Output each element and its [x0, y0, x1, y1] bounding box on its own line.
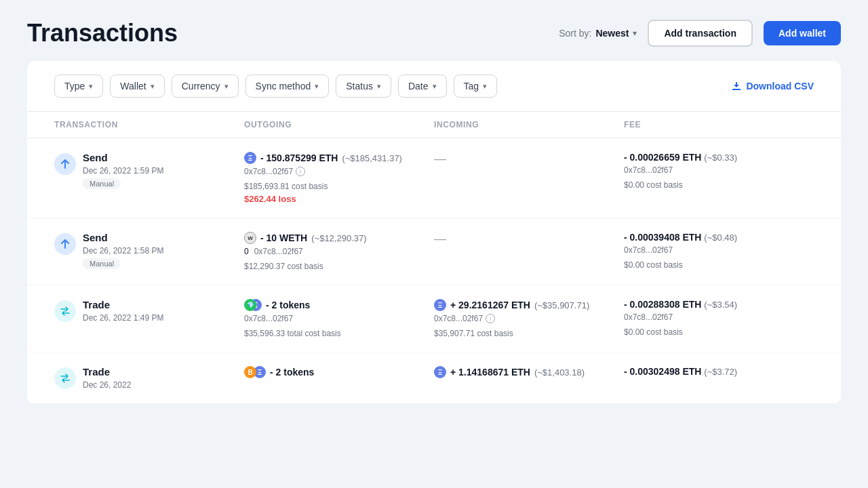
add-transaction-button[interactable]: Add transaction [648, 20, 753, 47]
header-actions: Sort by: Newest ▾ Add transaction Add wa… [559, 20, 841, 47]
outgoing-cell: B Ξ - 2 tokens [244, 366, 434, 378]
weth-icon: W [244, 232, 256, 244]
filter-bar: Type ▾ Wallet ▾ Currency ▾ Sync method ▾… [27, 61, 841, 112]
fee-usd: (~$0.33) [704, 152, 737, 163]
table-row: Send Dec 26, 2022 1:59 PM Manual Ξ - 150… [27, 138, 841, 218]
trade-arrows-icon [60, 306, 71, 317]
incoming-cost-basis: $35,907.71 cost basis [434, 329, 624, 338]
incoming-dash: — [434, 152, 624, 166]
up-arrow-icon [60, 239, 71, 249]
sort-by-control[interactable]: Sort by: Newest ▾ [559, 28, 637, 39]
outgoing-amount: 💎 Ξ - 2 tokens [244, 299, 434, 311]
outgoing-cell: W - 10 WETH (~$12,290.37) 0 0x7c8...02f6… [244, 232, 434, 271]
currency-filter[interactable]: Currency ▾ [172, 75, 239, 98]
outgoing-value: - 2 tokens [270, 367, 314, 378]
sync-method-filter-label: Sync method [256, 81, 311, 92]
incoming-cell: Ξ + 1.14168671 ETH (~$1,403.18) [434, 366, 624, 378]
date-filter-label: Date [408, 81, 429, 92]
tag-filter[interactable]: Tag ▾ [454, 75, 498, 98]
fee-usd: (~$3.72) [704, 367, 737, 377]
type-cell: Send Dec 26, 2022 1:58 PM Manual [54, 232, 244, 269]
outgoing-cell: Ξ - 150.875299 ETH (~$185,431.37) 0x7c8.… [244, 152, 434, 204]
sort-by-value: Newest [595, 28, 629, 39]
wallet-filter-label: Wallet [120, 81, 146, 92]
page-header: Transactions Sort by: Newest ▾ Add trans… [0, 0, 868, 61]
status-filter-label: Status [346, 81, 373, 92]
fee-amount: - 0.00026659 ETH (~$0.33) [624, 152, 814, 163]
outgoing-address: 0 0x7c8...02f67 [244, 247, 434, 256]
fee-cell: - 0.00288308 ETH (~$3.54) 0x7c8...02f67 … [624, 299, 814, 337]
outgoing-value: - 150.875299 ETH [260, 152, 338, 163]
type-info: Send Dec 26, 2022 1:59 PM Manual [83, 152, 163, 189]
fee-cell: - 0.00302498 ETH (~$3.72) [624, 366, 814, 377]
col-incoming: Incoming [434, 120, 624, 129]
type-filter[interactable]: Type ▾ [54, 75, 103, 98]
outgoing-usd: (~$185,431.37) [342, 153, 402, 163]
fee-amount: - 0.00288308 ETH (~$3.54) [624, 299, 814, 310]
trade-arrows-icon [60, 373, 71, 384]
type-info: Trade Dec 26, 2022 1:49 PM [83, 299, 163, 323]
incoming-cell: Ξ + 29.2161267 ETH (~$35,907.71) 0x7c8..… [434, 299, 624, 338]
outgoing-cell: 💎 Ξ - 2 tokens 0x7c8...02f67 $35,596.33 … [244, 299, 434, 338]
info-icon[interactable]: i [296, 167, 305, 176]
main-content: Type ▾ Wallet ▾ Currency ▾ Sync method ▾… [0, 61, 868, 404]
b-token-icon: B [244, 366, 256, 378]
fee-cost-basis: $0.00 cost basis [624, 260, 814, 270]
date-chevron-icon: ▾ [433, 82, 437, 91]
download-csv-label: Download CSV [746, 81, 814, 92]
fee-cell: - 0.00039408 ETH (~$0.48) 0x7c8...02f67 … [624, 232, 814, 270]
fee-usd: (~$3.54) [704, 300, 737, 310]
add-wallet-button[interactable]: Add wallet [764, 21, 841, 45]
sort-by-label: Sort by: [559, 28, 591, 39]
fee-amount: - 0.00302498 ETH (~$3.72) [624, 366, 814, 377]
type-name: Trade [83, 366, 131, 378]
tag-chevron-icon: ▾ [483, 82, 487, 91]
incoming-usd: (~$1,403.18) [534, 367, 585, 378]
incoming-usd: (~$35,907.71) [534, 300, 589, 310]
fee-address: 0x7c8...02f67 [624, 312, 814, 322]
status-filter[interactable]: Status ▾ [336, 75, 391, 98]
send-icon [54, 153, 76, 175]
fee-cost-basis: $0.00 cost basis [624, 180, 814, 190]
incoming-amount: Ξ + 1.14168671 ETH (~$1,403.18) [434, 366, 624, 378]
type-cell: Trade Dec 26, 2022 [54, 366, 244, 390]
sync-method-filter[interactable]: Sync method ▾ [245, 75, 330, 98]
outgoing-amount: Ξ - 150.875299 ETH (~$185,431.37) [244, 152, 434, 164]
date-filter[interactable]: Date ▾ [398, 75, 447, 98]
type-cell: Send Dec 26, 2022 1:59 PM Manual [54, 152, 244, 189]
outgoing-value: - 10 WETH [260, 232, 307, 243]
filter-buttons: Type ▾ Wallet ▾ Currency ▾ Sync method ▾… [54, 75, 497, 98]
fee-amount: - 0.00039408 ETH (~$0.48) [624, 232, 814, 243]
type-filter-label: Type [64, 81, 85, 92]
outgoing-loss: $262.44 loss [244, 194, 434, 204]
col-transaction: Transaction [54, 120, 244, 129]
type-name: Trade [83, 299, 163, 310]
multi-token-icon: 💎 Ξ [244, 299, 262, 311]
info-icon[interactable]: i [486, 314, 495, 323]
outgoing-cost-basis: $185,693.81 cost basis [244, 182, 434, 191]
wallet-filter[interactable]: Wallet ▾ [110, 75, 164, 98]
table-row: Trade Dec 26, 2022 1:49 PM 💎 Ξ - 2 token… [27, 285, 841, 352]
outgoing-value: - 2 tokens [266, 300, 310, 310]
outgoing-amount: B Ξ - 2 tokens [244, 366, 434, 378]
type-name: Send [83, 232, 163, 243]
incoming-value: + 29.2161267 ETH [450, 300, 530, 310]
outgoing-usd: (~$12,290.37) [311, 233, 366, 243]
wallet-chevron-icon: ▾ [151, 82, 155, 91]
type-cell: Trade Dec 26, 2022 1:49 PM [54, 299, 244, 323]
fee-address: 0x7c8...02f67 [624, 165, 814, 175]
sync-method-chevron-icon: ▾ [315, 82, 319, 91]
table-header: Transaction Outgoing Incoming Fee [27, 112, 841, 138]
download-csv-button[interactable]: Download CSV [731, 81, 814, 92]
table-row: Send Dec 26, 2022 1:58 PM Manual W - 10 … [27, 218, 841, 285]
incoming-amount: Ξ + 29.2161267 ETH (~$35,907.71) [434, 299, 624, 311]
outgoing-address: 0x7c8...02f67 i [244, 167, 434, 176]
trade-icon [54, 367, 76, 389]
download-icon [731, 81, 742, 92]
tag-filter-label: Tag [464, 81, 479, 92]
currency-filter-label: Currency [182, 81, 220, 92]
type-chevron-icon: ▾ [89, 82, 93, 91]
incoming-dash: — [434, 232, 624, 246]
eth-icon: Ξ [434, 299, 446, 311]
table-row: Trade Dec 26, 2022 B Ξ - 2 tokens [27, 352, 841, 404]
